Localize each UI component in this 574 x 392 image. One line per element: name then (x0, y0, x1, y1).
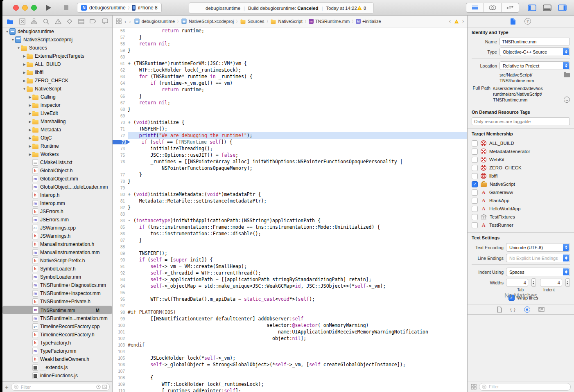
file-row-inlinefunctions-js[interactable]: inlineFunctions.js (2, 372, 112, 380)
code-line-83[interactable]: 83 (113, 211, 467, 217)
code-line-97[interactable]: 97 (113, 302, 467, 309)
file-inspector-tab[interactable] (511, 18, 515, 25)
stop-button[interactable] (59, 3, 73, 13)
line-number-gutter[interactable]: 75 (113, 153, 128, 158)
run-button[interactable] (42, 3, 56, 13)
issue-warning-icon[interactable]: ! (454, 19, 459, 23)
code-line-87[interactable]: 87 } (113, 237, 467, 243)
name-field[interactable] (499, 38, 570, 45)
file-row-externalprojecttargets[interactable]: ▶ExternalProjectTargets (2, 52, 112, 60)
code-line-58[interactable]: 58 return nil; (113, 41, 467, 47)
line-number-gutter[interactable]: 80 (113, 192, 128, 197)
line-number-gutter[interactable]: 59 (113, 48, 128, 53)
disclosure-triangle[interactable]: ▶ (28, 104, 32, 107)
code-line-69[interactable]: 69 (113, 113, 467, 119)
disclosure-triangle[interactable]: ▶ (28, 144, 32, 148)
go-forward-button[interactable]: › (129, 18, 131, 25)
code-line-103[interactable]: 103#endif (113, 342, 467, 348)
file-row-tnsruntime-diagnostics-mm[interactable]: mTNSRuntime+Diagnostics.mm (2, 281, 112, 289)
code-line-57[interactable]: 57 } (113, 34, 467, 41)
line-number-gutter[interactable]: 92 (113, 271, 128, 275)
disclosure-triangle[interactable]: ▶ (22, 71, 27, 74)
breakpoint-navigator-tab[interactable] (90, 19, 96, 24)
line-number-gutter[interactable]: 81 (113, 199, 128, 203)
breadcrumb-item-nativescript[interactable]: NativeScript (270, 18, 302, 24)
code-line-104[interactable]: 104 (113, 348, 467, 355)
file-row-workers[interactable]: ▶Workers (2, 150, 112, 158)
recent-files-clock-icon[interactable] (96, 385, 101, 389)
file-row-calling[interactable]: ▶Calling (2, 93, 112, 101)
code-line-94[interactable]: 94 self->_objectMap = std::make_unique<J… (113, 283, 467, 289)
code-line-72[interactable]: 72 printf("We are debugging the runtime!… (113, 132, 467, 139)
file-row-globalobject-duleloader-mm[interactable]: mGlobalObject....duleLoader.mm (2, 183, 112, 191)
line-number-gutter[interactable]: 58 (113, 42, 128, 46)
code-line-71[interactable]: 71 TNSPERF(); (113, 126, 467, 132)
file-row-globalobject-mm[interactable]: mGlobalObject.mm (2, 175, 112, 183)
type-select[interactable]: Objective-C++ Source (499, 47, 570, 56)
line-number-gutter[interactable]: 57 (113, 35, 128, 40)
find-navigator-tab[interactable] (43, 18, 49, 25)
file-row-typefactory-h[interactable]: hTypeFactory.h (2, 339, 112, 347)
toggle-navigator-button[interactable] (526, 3, 538, 12)
code-line-60[interactable]: 60 (113, 54, 467, 60)
line-number-gutter[interactable]: 95 (113, 291, 128, 295)
target-checkbox[interactable] (472, 165, 478, 171)
file-row-symbolloader-h[interactable]: hSymbolLoader.h (2, 265, 112, 273)
debug-navigator-tab[interactable] (78, 19, 84, 24)
file-row-objc[interactable]: ▶ObjC (2, 134, 112, 142)
line-number-gutter[interactable]: 110 (113, 389, 128, 392)
disclosure-triangle[interactable]: ▶ (22, 63, 27, 66)
file-row-timelinerecordfactory-h[interactable]: hTimelineRecordFactory.h (2, 331, 112, 339)
code-line-107[interactable]: 107 (113, 368, 467, 374)
go-back-button[interactable]: ‹ (124, 18, 126, 25)
code-line-68[interactable]: 68} (113, 106, 467, 113)
line-number-gutter[interactable]: 105 (113, 356, 128, 360)
line-number-gutter[interactable]: 70 (113, 120, 128, 125)
issue-navigator-tab[interactable] (55, 18, 61, 24)
line-number-gutter[interactable]: 89 (113, 251, 128, 256)
breadcrumb-item-debugiosruntime[interactable]: debugiosruntime (134, 18, 175, 25)
disclosure-triangle[interactable]: ▶ (28, 136, 32, 140)
disclosure-triangle[interactable]: ▶ (28, 112, 32, 115)
line-number-gutter[interactable]: 76 (113, 160, 128, 164)
breakpoint-gutter[interactable]: 73 (113, 140, 130, 144)
code-line-73[interactable]: 73 if (self == [TNSRuntime self]) { (113, 139, 467, 145)
target-checkbox[interactable] (472, 222, 478, 228)
file-row-globalobject-h[interactable]: hGlobalObject.h (2, 167, 112, 175)
code-line-109[interactable]: 109 WTF::LockHolder lock(_runtimesLock); (113, 381, 467, 387)
line-number-gutter[interactable]: 104 (113, 349, 128, 354)
code-line-75[interactable]: 75 JSC::Options::useJIT() = false; (113, 152, 467, 158)
file-row-zero-check[interactable]: ▶ZERO_CHECK (2, 77, 112, 85)
code-line-99[interactable]: 99 [[NSNotificationCenter defaultCenter]… (113, 315, 467, 322)
code-line-85[interactable]: 85 if (tns::instrumentation::Frame::mode… (113, 224, 467, 230)
resource-tags-field[interactable] (472, 117, 570, 125)
disclosure-triangle[interactable]: ▶ (22, 54, 27, 58)
scm-status-filter-icon[interactable] (102, 385, 107, 389)
code-line-92[interactable]: 92 self->_threadId = WTF::currentThread(… (113, 270, 467, 276)
disclosure-triangle[interactable]: ▶ (28, 153, 32, 156)
file-row-jserrors-h[interactable]: hJSErrors.h (2, 207, 112, 216)
zoom-window-button[interactable] (31, 5, 37, 11)
line-number-gutter[interactable]: 86 (113, 232, 128, 236)
file-row-liveedit[interactable]: ▶LiveEdit (2, 109, 112, 117)
code-line-81[interactable]: 81 Metadata::MetaFile::setInstance(metad… (113, 198, 467, 204)
library-filter-input[interactable] (488, 384, 568, 390)
file-row-typefactory-mm[interactable]: mTypeFactory.mm (2, 347, 112, 355)
line-number-gutter[interactable]: 82 (113, 205, 128, 210)
line-number-gutter[interactable]: 98 (113, 310, 128, 315)
line-number-gutter[interactable]: 71 (113, 127, 128, 131)
code-line-59[interactable]: 59} (113, 47, 467, 54)
location-select[interactable]: Relative to Project (499, 61, 570, 70)
line-number-gutter[interactable]: 90 (113, 258, 128, 262)
line-number-gutter[interactable]: 64 (113, 81, 128, 86)
line-number-gutter[interactable]: 83 (113, 212, 128, 216)
report-navigator-tab[interactable] (102, 18, 108, 24)
code-line-101[interactable]: 101 name:UIApplicationDidReceiveMemoryWa… (113, 329, 467, 335)
target-checkbox[interactable] (472, 206, 478, 212)
line-number-gutter[interactable]: 67 (113, 101, 128, 105)
code-line-100[interactable]: 100 selector:@selector(_onMemoryWarning) (113, 322, 467, 329)
line-number-gutter[interactable]: 103 (113, 343, 128, 347)
code-line-89[interactable]: 89 TNSPERF(); (113, 250, 467, 257)
line-number-gutter[interactable]: 109 (113, 382, 128, 387)
code-line-95[interactable]: 95 (113, 289, 467, 296)
